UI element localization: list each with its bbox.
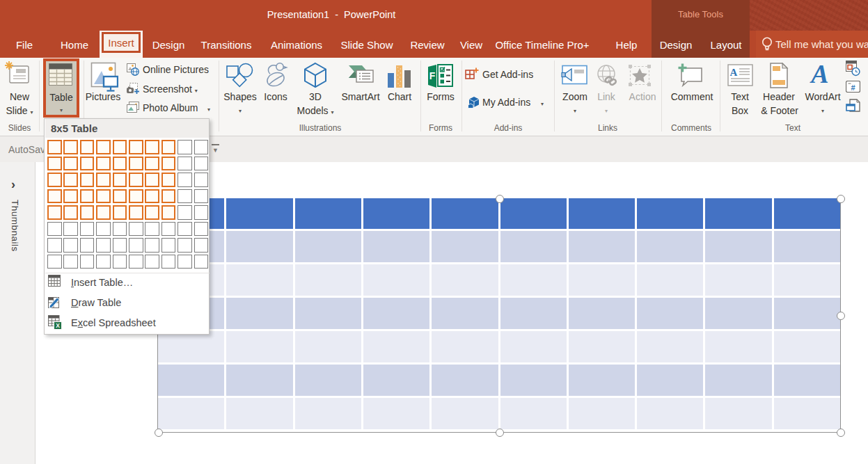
svg-text:A: A (730, 67, 738, 78)
svg-text:A: A (810, 62, 828, 85)
svg-text:#: # (851, 83, 855, 92)
svg-text:X: X (56, 322, 60, 329)
svg-text:F: F (429, 70, 436, 81)
